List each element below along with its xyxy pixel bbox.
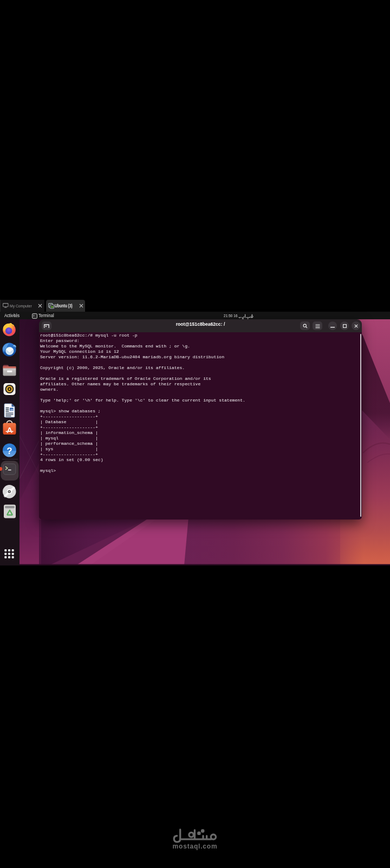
svg-text:A: A [6,425,12,435]
svg-text:?: ? [6,446,12,456]
